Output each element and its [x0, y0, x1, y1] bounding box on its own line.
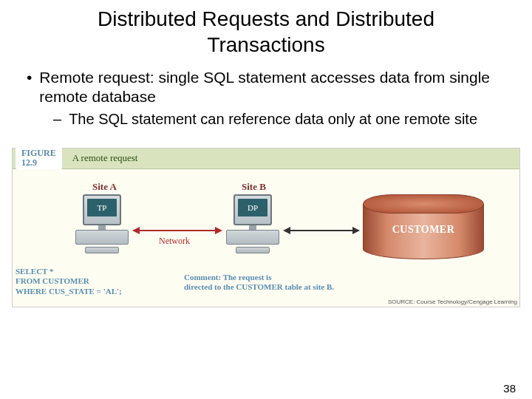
- db-arrow-line: [290, 230, 352, 231]
- db-arrow-right-icon: [352, 227, 360, 234]
- sql-line-1: SELECT *: [16, 267, 122, 277]
- arrow-right-icon: [215, 227, 222, 234]
- figure-body: Site A Site B TP DP Network: [13, 169, 519, 307]
- stand-a: [98, 225, 106, 230]
- figure-number: FIGURE 12.9: [16, 147, 62, 169]
- arrow-left-icon: [132, 227, 140, 234]
- keyboard-a: [85, 247, 119, 253]
- sql-line-3: WHERE CUS_STATE = 'AL';: [16, 287, 122, 297]
- figure-title: A remote request: [72, 152, 138, 164]
- comment-text: Comment: The request is directed to the …: [184, 273, 334, 293]
- db-arrow: [283, 227, 360, 234]
- page-number: 38: [503, 382, 516, 395]
- site-b-label: Site B: [242, 181, 266, 193]
- sql-text: SELECT * FROM CUSTOMER WHERE CUS_STATE =…: [16, 267, 122, 297]
- site-a-label: Site A: [92, 181, 117, 193]
- sub-marker: –: [53, 110, 61, 129]
- tower-b: [226, 230, 279, 245]
- screen-a-label: TP: [87, 199, 117, 216]
- tower-a: [75, 230, 129, 245]
- bullet-main: • Remote request: single SQL statement a…: [27, 68, 511, 107]
- network-line: [140, 230, 215, 231]
- computer-site-a: TP: [75, 194, 129, 253]
- bullet-marker: •: [27, 68, 32, 107]
- monitor-a: TP: [83, 194, 121, 225]
- database-cylinder: CUSTOMER: [363, 194, 484, 259]
- computer-site-b: DP: [225, 194, 280, 253]
- screen-b-label: DP: [238, 199, 267, 216]
- slide-title: Distributed Requests and Distributed Tra…: [0, 0, 532, 68]
- db-label: CUSTOMER: [363, 224, 484, 236]
- comment-line-1: Comment: The request is: [184, 273, 334, 283]
- monitor-b: DP: [233, 194, 272, 225]
- bullet-sub-text: The SQL statement can reference data onl…: [69, 110, 477, 129]
- comment-line-2: directed to the CUSTOMER table at site B…: [184, 282, 334, 293]
- network-label: Network: [159, 236, 190, 247]
- figure-header: FIGURE 12.9 A remote request: [13, 149, 519, 169]
- sql-line-2: FROM CUSTOMER: [16, 276, 122, 287]
- stand-b: [249, 225, 256, 230]
- db-top: [363, 194, 484, 214]
- bullet-sub: – The SQL statement can reference data o…: [53, 110, 511, 129]
- bullet-main-text: Remote request: single SQL statement acc…: [39, 68, 511, 107]
- source-credit: SOURCE: Course Technology/Cengage Learni…: [388, 299, 517, 305]
- keyboard-b: [236, 247, 270, 253]
- db-arrow-left-icon: [283, 227, 290, 234]
- network-arrow: [132, 227, 222, 228]
- bullet-list: • Remote request: single SQL statement a…: [0, 68, 532, 136]
- figure-container: FIGURE 12.9 A remote request Site A Site…: [12, 148, 520, 307]
